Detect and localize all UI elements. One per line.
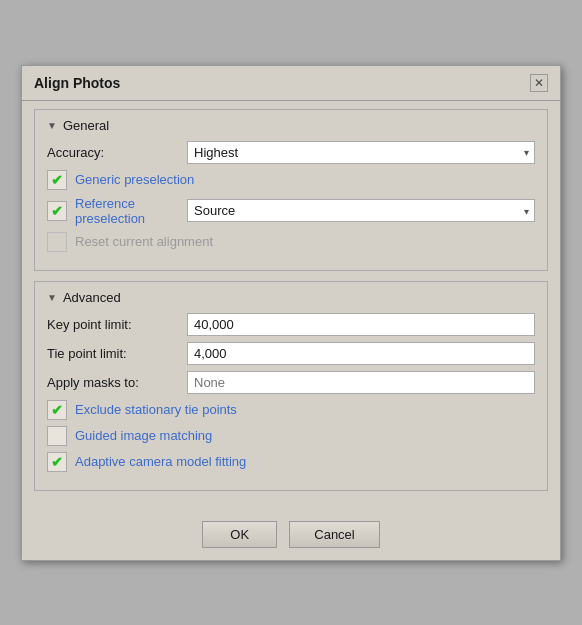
- tie-point-label: Tie point limit:: [47, 346, 187, 361]
- reference-preselection-select[interactable]: Source Estimated Sequential: [187, 199, 535, 222]
- generic-preselection-check-icon: ✔: [51, 173, 63, 187]
- reference-preselection-label[interactable]: Reference preselection: [75, 196, 187, 226]
- guided-matching-row: Guided image matching: [47, 426, 535, 446]
- dialog-title: Align Photos: [34, 75, 120, 91]
- tie-point-input[interactable]: 4,000: [187, 342, 535, 365]
- advanced-section-header: ▼ Advanced: [47, 290, 535, 305]
- adaptive-camera-label[interactable]: Adaptive camera model fitting: [75, 454, 246, 469]
- advanced-section-title: Advanced: [63, 290, 121, 305]
- dialog-body: ▼ General Accuracy: Highest High Medium …: [22, 101, 560, 513]
- reference-preselection-checkbox-part: ✔ Reference preselection: [47, 196, 187, 226]
- title-bar: Align Photos ✕: [22, 66, 560, 101]
- reset-alignment-label: Reset current alignment: [75, 234, 213, 249]
- general-arrow-icon: ▼: [47, 120, 57, 131]
- accuracy-select[interactable]: Highest High Medium Low Lowest: [187, 141, 535, 164]
- key-point-input-wrap: 40,000: [187, 313, 535, 336]
- guided-matching-label[interactable]: Guided image matching: [75, 428, 212, 443]
- reference-preselection-row: ✔ Reference preselection Source Estimate…: [47, 196, 535, 226]
- advanced-section: ▼ Advanced Key point limit: 40,000 Tie p…: [34, 281, 548, 491]
- exclude-stationary-checkbox[interactable]: ✔: [47, 400, 67, 420]
- reset-alignment-checkbox[interactable]: [47, 232, 67, 252]
- exclude-stationary-row: ✔ Exclude stationary tie points: [47, 400, 535, 420]
- ok-button[interactable]: OK: [202, 521, 277, 548]
- reset-alignment-row: Reset current alignment: [47, 232, 535, 252]
- button-bar: OK Cancel: [22, 513, 560, 560]
- accuracy-row: Accuracy: Highest High Medium Low Lowest…: [47, 141, 535, 164]
- tie-point-input-wrap: 4,000: [187, 342, 535, 365]
- exclude-stationary-label[interactable]: Exclude stationary tie points: [75, 402, 237, 417]
- general-section-header: ▼ General: [47, 118, 535, 133]
- general-section-title: General: [63, 118, 109, 133]
- apply-masks-input-wrap: [187, 371, 535, 394]
- accuracy-select-wrapper: Highest High Medium Low Lowest ▾: [187, 141, 535, 164]
- generic-preselection-row: ✔ Generic preselection: [47, 170, 535, 190]
- apply-masks-input[interactable]: [187, 371, 535, 394]
- key-point-row: Key point limit: 40,000: [47, 313, 535, 336]
- key-point-input[interactable]: 40,000: [187, 313, 535, 336]
- exclude-stationary-check-icon: ✔: [51, 403, 63, 417]
- tie-point-row: Tie point limit: 4,000: [47, 342, 535, 365]
- general-section: ▼ General Accuracy: Highest High Medium …: [34, 109, 548, 271]
- reference-preselection-checkbox[interactable]: ✔: [47, 201, 67, 221]
- reference-preselection-check-icon: ✔: [51, 204, 63, 218]
- apply-masks-label: Apply masks to:: [47, 375, 187, 390]
- align-photos-dialog: Align Photos ✕ ▼ General Accuracy: Highe…: [21, 65, 561, 561]
- accuracy-label: Accuracy:: [47, 145, 187, 160]
- generic-preselection-checkbox[interactable]: ✔: [47, 170, 67, 190]
- adaptive-camera-check-icon: ✔: [51, 455, 63, 469]
- close-button[interactable]: ✕: [530, 74, 548, 92]
- adaptive-camera-row: ✔ Adaptive camera model fitting: [47, 452, 535, 472]
- adaptive-camera-checkbox[interactable]: ✔: [47, 452, 67, 472]
- cancel-button[interactable]: Cancel: [289, 521, 379, 548]
- guided-matching-checkbox[interactable]: [47, 426, 67, 446]
- generic-preselection-label[interactable]: Generic preselection: [75, 172, 194, 187]
- reference-select-wrapper: Source Estimated Sequential ▾: [187, 199, 535, 222]
- apply-masks-row: Apply masks to:: [47, 371, 535, 394]
- advanced-arrow-icon: ▼: [47, 292, 57, 303]
- key-point-label: Key point limit:: [47, 317, 187, 332]
